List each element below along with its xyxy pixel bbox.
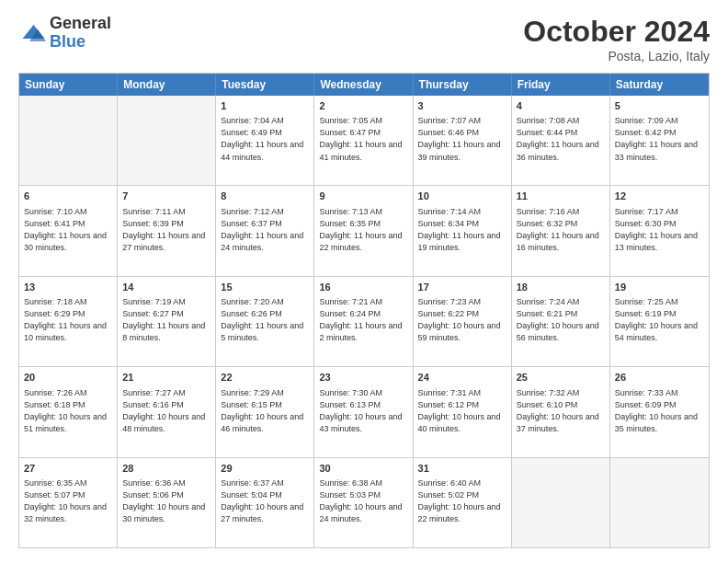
day-info: Sunrise: 7:12 AM Sunset: 6:37 PM Dayligh… xyxy=(221,206,309,254)
cal-cell-1-4: 10Sunrise: 7:14 AM Sunset: 6:34 PM Dayli… xyxy=(414,186,512,275)
day-number: 22 xyxy=(221,371,309,385)
logo-text: General Blue xyxy=(50,15,111,52)
logo: General Blue xyxy=(18,15,111,52)
day-info: Sunrise: 7:19 AM Sunset: 6:27 PM Dayligh… xyxy=(122,296,210,344)
day-info: Sunrise: 7:21 AM Sunset: 6:24 PM Dayligh… xyxy=(319,296,407,344)
title-block: October 2024 Posta, Lazio, Italy xyxy=(523,15,710,63)
header-wednesday: Wednesday xyxy=(314,74,413,96)
cal-cell-1-5: 11Sunrise: 7:16 AM Sunset: 6:32 PM Dayli… xyxy=(512,186,610,275)
calendar-body: 1Sunrise: 7:04 AM Sunset: 6:49 PM Daylig… xyxy=(19,96,709,547)
day-info: Sunrise: 7:24 AM Sunset: 6:21 PM Dayligh… xyxy=(517,296,605,344)
day-info: Sunrise: 7:04 AM Sunset: 6:49 PM Dayligh… xyxy=(221,115,309,163)
day-info: Sunrise: 7:27 AM Sunset: 6:16 PM Dayligh… xyxy=(122,387,210,435)
day-info: Sunrise: 7:18 AM Sunset: 6:29 PM Dayligh… xyxy=(24,296,112,344)
cal-cell-2-5: 18Sunrise: 7:24 AM Sunset: 6:21 PM Dayli… xyxy=(512,277,610,366)
day-info: Sunrise: 7:05 AM Sunset: 6:47 PM Dayligh… xyxy=(319,115,407,163)
cal-cell-4-5 xyxy=(512,458,610,547)
day-number: 21 xyxy=(122,371,210,385)
day-number: 31 xyxy=(418,462,506,476)
day-info: Sunrise: 7:11 AM Sunset: 6:39 PM Dayligh… xyxy=(122,206,210,254)
day-number: 12 xyxy=(615,190,704,203)
day-info: Sunrise: 6:36 AM Sunset: 5:06 PM Dayligh… xyxy=(122,477,210,525)
day-info: Sunrise: 6:37 AM Sunset: 5:04 PM Dayligh… xyxy=(221,477,309,525)
logo-blue: Blue xyxy=(50,32,85,51)
cal-cell-0-1 xyxy=(118,96,216,185)
calendar: Sunday Monday Tuesday Wednesday Thursday… xyxy=(18,73,710,548)
cal-cell-4-3: 30Sunrise: 6:38 AM Sunset: 5:03 PM Dayli… xyxy=(314,458,413,547)
day-info: Sunrise: 7:08 AM Sunset: 6:44 PM Dayligh… xyxy=(517,115,605,163)
day-number: 15 xyxy=(221,281,309,294)
day-info: Sunrise: 7:26 AM Sunset: 6:18 PM Dayligh… xyxy=(24,387,112,435)
header-saturday: Saturday xyxy=(610,74,709,96)
header-sunday: Sunday xyxy=(19,74,118,96)
cal-cell-1-2: 8Sunrise: 7:12 AM Sunset: 6:37 PM Daylig… xyxy=(216,186,314,275)
day-info: Sunrise: 7:33 AM Sunset: 6:09 PM Dayligh… xyxy=(615,387,704,435)
cal-cell-4-0: 27Sunrise: 6:35 AM Sunset: 5:07 PM Dayli… xyxy=(19,458,118,547)
day-number: 10 xyxy=(418,190,506,203)
header: General Blue October 2024 Posta, Lazio, … xyxy=(18,15,710,63)
cal-cell-2-4: 17Sunrise: 7:23 AM Sunset: 6:22 PM Dayli… xyxy=(414,277,512,366)
day-number: 5 xyxy=(615,99,704,113)
logo-general: General xyxy=(50,14,111,32)
cal-cell-0-3: 2Sunrise: 7:05 AM Sunset: 6:47 PM Daylig… xyxy=(314,96,413,185)
day-info: Sunrise: 7:16 AM Sunset: 6:32 PM Dayligh… xyxy=(517,206,605,254)
cal-cell-0-6: 5Sunrise: 7:09 AM Sunset: 6:42 PM Daylig… xyxy=(610,96,709,185)
day-number: 1 xyxy=(221,99,309,113)
cal-cell-3-2: 22Sunrise: 7:29 AM Sunset: 6:15 PM Dayli… xyxy=(216,367,314,456)
day-number: 23 xyxy=(319,371,407,385)
page: General Blue October 2024 Posta, Lazio, … xyxy=(0,0,728,563)
cal-cell-3-1: 21Sunrise: 7:27 AM Sunset: 6:16 PM Dayli… xyxy=(118,367,216,456)
day-info: Sunrise: 7:30 AM Sunset: 6:13 PM Dayligh… xyxy=(319,387,407,435)
cal-cell-0-5: 4Sunrise: 7:08 AM Sunset: 6:44 PM Daylig… xyxy=(512,96,610,185)
cal-cell-4-1: 28Sunrise: 6:36 AM Sunset: 5:06 PM Dayli… xyxy=(118,458,216,547)
day-info: Sunrise: 7:09 AM Sunset: 6:42 PM Dayligh… xyxy=(615,115,704,163)
day-number: 9 xyxy=(319,190,407,203)
cal-cell-3-6: 26Sunrise: 7:33 AM Sunset: 6:09 PM Dayli… xyxy=(610,367,709,456)
day-info: Sunrise: 7:13 AM Sunset: 6:35 PM Dayligh… xyxy=(319,206,407,254)
cal-cell-1-3: 9Sunrise: 7:13 AM Sunset: 6:35 PM Daylig… xyxy=(314,186,413,275)
header-monday: Monday xyxy=(118,74,216,96)
cal-cell-2-0: 13Sunrise: 7:18 AM Sunset: 6:29 PM Dayli… xyxy=(19,277,118,366)
header-tuesday: Tuesday xyxy=(216,74,314,96)
day-info: Sunrise: 7:10 AM Sunset: 6:41 PM Dayligh… xyxy=(24,206,112,254)
cal-cell-2-2: 15Sunrise: 7:20 AM Sunset: 6:26 PM Dayli… xyxy=(216,277,314,366)
week-row-5: 27Sunrise: 6:35 AM Sunset: 5:07 PM Dayli… xyxy=(19,457,709,547)
cal-cell-4-4: 31Sunrise: 6:40 AM Sunset: 5:02 PM Dayli… xyxy=(414,458,512,547)
day-number: 29 xyxy=(221,462,309,476)
day-info: Sunrise: 7:25 AM Sunset: 6:19 PM Dayligh… xyxy=(615,296,704,344)
day-info: Sunrise: 7:32 AM Sunset: 6:10 PM Dayligh… xyxy=(517,387,605,435)
cal-cell-2-3: 16Sunrise: 7:21 AM Sunset: 6:24 PM Dayli… xyxy=(314,277,413,366)
day-number: 2 xyxy=(319,99,407,113)
week-row-2: 6Sunrise: 7:10 AM Sunset: 6:41 PM Daylig… xyxy=(19,185,709,275)
day-number: 14 xyxy=(122,281,210,294)
day-info: Sunrise: 7:31 AM Sunset: 6:12 PM Dayligh… xyxy=(418,387,506,435)
cal-cell-3-4: 24Sunrise: 7:31 AM Sunset: 6:12 PM Dayli… xyxy=(414,367,512,456)
month-title: October 2024 xyxy=(523,15,710,49)
day-info: Sunrise: 6:38 AM Sunset: 5:03 PM Dayligh… xyxy=(319,477,407,525)
location: Posta, Lazio, Italy xyxy=(523,49,710,63)
day-number: 20 xyxy=(24,371,112,385)
cal-cell-4-2: 29Sunrise: 6:37 AM Sunset: 5:04 PM Dayli… xyxy=(216,458,314,547)
cal-cell-0-0 xyxy=(19,96,118,185)
day-number: 4 xyxy=(517,99,605,113)
day-number: 7 xyxy=(122,190,210,203)
logo-icon xyxy=(18,19,46,47)
day-info: Sunrise: 7:23 AM Sunset: 6:22 PM Dayligh… xyxy=(418,296,506,344)
day-number: 26 xyxy=(615,371,704,385)
cal-cell-0-4: 3Sunrise: 7:07 AM Sunset: 6:46 PM Daylig… xyxy=(414,96,512,185)
day-info: Sunrise: 6:40 AM Sunset: 5:02 PM Dayligh… xyxy=(418,477,506,525)
day-info: Sunrise: 7:07 AM Sunset: 6:46 PM Dayligh… xyxy=(418,115,506,163)
week-row-4: 20Sunrise: 7:26 AM Sunset: 6:18 PM Dayli… xyxy=(19,366,709,456)
day-number: 27 xyxy=(24,462,112,476)
day-number: 24 xyxy=(418,371,506,385)
day-number: 17 xyxy=(418,281,506,294)
week-row-3: 13Sunrise: 7:18 AM Sunset: 6:29 PM Dayli… xyxy=(19,276,709,366)
calendar-header: Sunday Monday Tuesday Wednesday Thursday… xyxy=(19,74,709,96)
cal-cell-2-1: 14Sunrise: 7:19 AM Sunset: 6:27 PM Dayli… xyxy=(118,277,216,366)
cal-cell-2-6: 19Sunrise: 7:25 AM Sunset: 6:19 PM Dayli… xyxy=(610,277,709,366)
cal-cell-3-3: 23Sunrise: 7:30 AM Sunset: 6:13 PM Dayli… xyxy=(314,367,413,456)
day-info: Sunrise: 7:14 AM Sunset: 6:34 PM Dayligh… xyxy=(418,206,506,254)
cal-cell-1-0: 6Sunrise: 7:10 AM Sunset: 6:41 PM Daylig… xyxy=(19,186,118,275)
day-number: 28 xyxy=(122,462,210,476)
day-number: 6 xyxy=(24,190,112,203)
